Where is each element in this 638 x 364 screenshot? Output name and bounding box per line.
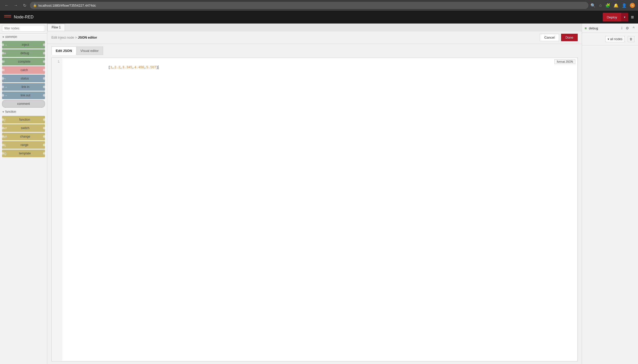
reload-button[interactable]: ↻ bbox=[21, 2, 28, 9]
browser-chrome: ← → ↻ 🔒 localhost:1880/#flow/73554227.44… bbox=[0, 0, 638, 11]
node-port-left bbox=[2, 77, 4, 80]
debug-panel-header: ■ debug i ⚙ ^ bbox=[582, 24, 638, 33]
num-2: 2.2 bbox=[114, 65, 120, 69]
topbar-left: Node-RED bbox=[4, 14, 33, 20]
lock-icon: 🔒 bbox=[33, 4, 37, 7]
profile-icon[interactable]: N bbox=[630, 3, 635, 8]
node-item-linkin[interactable]: → link in bbox=[2, 83, 45, 91]
node-item-catch[interactable]: ! catch bbox=[2, 66, 45, 74]
filter-nodes-input[interactable] bbox=[2, 25, 45, 32]
breadcrumb-prefix: Edit inject node > bbox=[51, 36, 77, 39]
extensions-icon[interactable]: 🧩 bbox=[605, 3, 610, 8]
cursor bbox=[158, 65, 161, 69]
inject-icon: → bbox=[4, 43, 7, 47]
linkout-icon: → bbox=[4, 94, 7, 97]
topbar-right: Deploy ▾ ≡ bbox=[603, 13, 634, 21]
notifications-icon[interactable]: 🔔 bbox=[613, 3, 619, 8]
forward-button[interactable]: → bbox=[12, 2, 19, 9]
node-port-right bbox=[43, 69, 45, 71]
node-port-right bbox=[43, 52, 45, 54]
trash-icon: 🗑 bbox=[630, 37, 633, 41]
cancel-button[interactable]: Cancel bbox=[540, 34, 559, 41]
info-button[interactable]: i bbox=[620, 26, 623, 31]
category-arrow-common: ▾ bbox=[3, 36, 4, 38]
linkin-icon: → bbox=[4, 85, 7, 89]
node-complete-label: complete bbox=[6, 60, 43, 63]
node-port-right bbox=[43, 94, 45, 97]
category-common-header[interactable]: ▾ common bbox=[0, 33, 47, 40]
category-function: ▾ function ƒ function ⇄ switch bbox=[0, 108, 47, 157]
tab-edit-json[interactable]: Edit JSON bbox=[51, 47, 76, 55]
deploy-dropdown-button[interactable]: ▾ bbox=[621, 13, 628, 21]
node-item-complete[interactable]: ! complete bbox=[2, 58, 45, 65]
filter-all-nodes-button[interactable]: ▾ all nodes bbox=[605, 36, 625, 42]
node-item-switch[interactable]: ⇄ switch bbox=[2, 124, 45, 132]
editor-actions: Cancel Done bbox=[540, 34, 578, 41]
node-port-left bbox=[2, 144, 4, 146]
catch-icon: ! bbox=[4, 68, 5, 72]
nr-logo-icon bbox=[4, 14, 11, 20]
node-item-function[interactable]: ƒ function bbox=[2, 116, 45, 123]
debug-panel-icon: ■ bbox=[585, 26, 587, 30]
node-port-right bbox=[43, 118, 45, 121]
flow-tab-1[interactable]: Flow 1 bbox=[47, 24, 65, 31]
node-item-range[interactable]: ij range bbox=[2, 141, 45, 149]
node-item-comment[interactable]: comment bbox=[2, 100, 45, 108]
change-icon: ⇄ bbox=[4, 135, 7, 139]
debug-panel-title: ■ debug bbox=[585, 26, 598, 30]
editor-header: Edit inject node > JSON editor Cancel Do… bbox=[47, 31, 582, 44]
node-catch-label: catch bbox=[6, 68, 43, 72]
node-port-right bbox=[43, 43, 45, 46]
complete-icon: ! bbox=[4, 60, 5, 64]
node-port-left bbox=[2, 127, 4, 129]
flow-canvas[interactable]: timestamp Edit inject node > JSON editor… bbox=[47, 31, 582, 364]
node-port-left bbox=[2, 135, 4, 138]
info-icon: i bbox=[621, 26, 622, 30]
node-item-debug[interactable]: ≡ debug bbox=[2, 49, 45, 57]
node-port-right bbox=[43, 135, 45, 138]
node-linkout-label: link out bbox=[8, 94, 43, 97]
deploy-button[interactable]: Deploy bbox=[603, 13, 621, 21]
category-arrow-function: ▾ bbox=[3, 110, 4, 113]
editor-body: format JSON 1 [1,2.2,3.345,4.456,5.567] bbox=[47, 55, 582, 364]
menu-button[interactable]: ≡ bbox=[631, 14, 634, 20]
node-port-right bbox=[43, 152, 45, 155]
node-port-left bbox=[2, 60, 4, 63]
node-item-inject[interactable]: → inject bbox=[2, 41, 45, 49]
node-port-left bbox=[2, 152, 4, 155]
delete-all-button[interactable]: 🗑 bbox=[628, 36, 634, 42]
back-button[interactable]: ← bbox=[3, 2, 10, 9]
node-port-right bbox=[43, 60, 45, 63]
node-item-template[interactable]: {} template bbox=[2, 150, 45, 157]
tab-visual-editor[interactable]: Visual editor bbox=[76, 47, 103, 55]
category-common: ▾ common → inject ≡ debug bbox=[0, 33, 47, 108]
num-4: 4.456 bbox=[134, 65, 144, 69]
settings-button[interactable]: ⚙ bbox=[625, 26, 630, 31]
done-button[interactable]: Done bbox=[561, 34, 578, 41]
node-item-linkout[interactable]: → link out bbox=[2, 92, 45, 99]
node-item-change[interactable]: ⇄ change bbox=[2, 133, 45, 140]
node-palette: ▾ common → inject ≡ debug bbox=[0, 24, 47, 364]
debug-panel-label: debug bbox=[589, 26, 598, 30]
node-change-label: change bbox=[7, 135, 43, 138]
node-status-label: status bbox=[7, 77, 43, 80]
num-5: 5.567 bbox=[146, 65, 156, 69]
address-bar[interactable]: 🔒 localhost:1880/#flow/73554227.4474dc bbox=[30, 2, 588, 9]
category-function-header[interactable]: ▾ function bbox=[0, 108, 47, 115]
canvas-area: Flow 1 timestamp Edit inject node > bbox=[47, 24, 582, 364]
node-port-right bbox=[43, 144, 45, 146]
json-editor: 1 [1,2.2,3.345,4.456,5.567] bbox=[52, 58, 577, 361]
code-content[interactable]: [1,2.2,3.345,4.456,5.567] bbox=[62, 58, 577, 361]
expand-button[interactable]: ^ bbox=[632, 26, 635, 31]
node-item-status[interactable]: ~ status bbox=[2, 75, 45, 82]
node-port-left bbox=[2, 86, 4, 88]
format-json-button[interactable]: format JSON bbox=[554, 59, 575, 64]
search-icon[interactable]: 🔍 bbox=[590, 3, 596, 8]
function-icon: ƒ bbox=[4, 118, 6, 122]
account-icon[interactable]: 👤 bbox=[622, 3, 627, 8]
line-numbers: 1 bbox=[52, 58, 62, 361]
node-template-label: template bbox=[7, 152, 43, 155]
node-port-left bbox=[2, 118, 4, 121]
bookmark-icon[interactable]: ☆ bbox=[599, 3, 602, 8]
node-comment-label: comment bbox=[4, 102, 43, 106]
